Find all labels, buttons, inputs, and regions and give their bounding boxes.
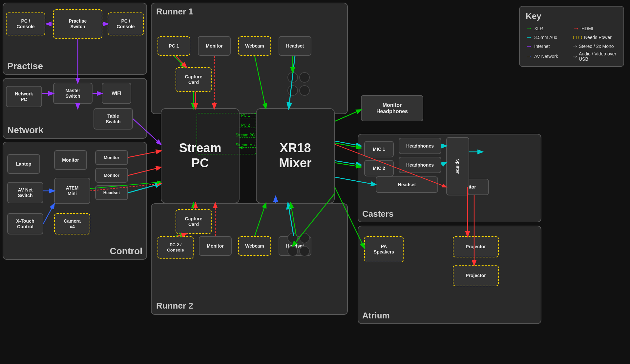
key-hdmi: → HDMI [573, 25, 618, 32]
casters-label: Casters [362, 209, 393, 219]
stream-pc-label: StreamPC [179, 141, 221, 171]
pc-console-2-node: PC /Console [108, 12, 144, 35]
av-net-switch-node: AV NetSwitch [7, 182, 43, 203]
key-section: Key → XLR → HDMI → 3.5mm Aux ⬡ ⬡ Needs P… [519, 6, 624, 67]
control-label: Control [110, 246, 142, 256]
svg-line-41 [335, 143, 361, 148]
splitter-node: Splitter [446, 137, 469, 195]
xr18-label: XR18Mixer [279, 141, 311, 171]
pc-console-1-node: PC /Console [6, 12, 45, 35]
master-switch-node: MasterSwitch [53, 83, 93, 104]
wifi-node: WiFi [102, 83, 131, 104]
main-canvas: Practise Network Control Runner 1 Runner… [0, 0, 630, 364]
runner1-webcam-node: Webcam [238, 36, 271, 56]
stereo-label: Stereo / 2x Mono [579, 44, 614, 49]
circle-8 [299, 246, 310, 256]
runner1-capture-node: CaptureCard [176, 67, 212, 92]
runner1-label: Runner 1 [156, 7, 193, 17]
svg-text:PC 2: PC 2 [241, 123, 250, 128]
circle-7 [287, 246, 298, 256]
internet-arrow-icon: → [526, 42, 532, 50]
key-title: Key [526, 11, 618, 21]
stream-pc-node: StreamPC [161, 108, 240, 203]
circle-5 [287, 233, 298, 243]
aux-arrow-icon: → [526, 33, 532, 41]
xr18-mixer-node: XR18Mixer [256, 108, 335, 203]
svg-line-40 [335, 141, 361, 146]
laptop-node: Laptop [7, 154, 40, 174]
headset-cast-node: Headset [376, 176, 438, 193]
monitor-ctrl-node: Monitor [54, 150, 87, 170]
table-switch-node: TableSwitch [94, 108, 133, 130]
headphones2-node: Headphones [399, 157, 441, 173]
key-usb: ⇒ Audio / Video over USB [573, 51, 618, 62]
runner1-section: Runner 1 [151, 3, 348, 114]
projector1-node: Projector [453, 236, 499, 257]
key-power: ⬡ ⬡ Needs Power [573, 33, 618, 41]
key-internet: → Internet [526, 42, 570, 50]
x-touch-node: X-TouchControl [7, 213, 43, 234]
atem-mini-node: ATEMMini [54, 178, 90, 204]
atrium-label: Atrium [362, 311, 390, 321]
headset-ctrl-node: Headset [95, 185, 128, 200]
network-label: Network [7, 125, 43, 135]
monitor-ctrl3-node: Monitor [95, 168, 128, 183]
key-grid: → XLR → HDMI → 3.5mm Aux ⬡ ⬡ Needs Power… [526, 25, 618, 62]
internet-label: Internet [534, 44, 550, 49]
key-stereo: ⇒ Stereo / 2x Mono [573, 42, 618, 50]
power-label: Needs Power [584, 35, 612, 40]
camera-x4-node: Camerax4 [54, 213, 90, 234]
key-xlr: → XLR [526, 25, 570, 32]
projector2-node: Projector [453, 265, 499, 286]
runner2-pc2-node: PC 2 /Console [158, 236, 194, 259]
stereo-icon: ⇒ [573, 44, 577, 49]
headphones1-node: Headphones [399, 138, 441, 154]
pa-speakers-node: PASpeakers [364, 236, 404, 262]
runner1-monitor-node: Monitor [198, 36, 231, 56]
practise-label: Practise [7, 61, 43, 71]
usb-label: Audio / Video over USB [579, 51, 618, 62]
runner1-pc1-node: PC 1 [158, 36, 190, 56]
circle-6 [299, 233, 310, 243]
circle-2 [299, 72, 310, 83]
mic2-node: MIC 2 [364, 160, 394, 176]
hdmi-label: HDMI [581, 26, 593, 31]
circle-1 [287, 72, 298, 83]
practise-switch-node: PractiseSwitch [53, 9, 102, 39]
monitor-headphones-node: MonitorHeadphones [361, 95, 423, 121]
power-icon: ⬡ ⬡ [573, 35, 582, 40]
runner2-webcam-node: Webcam [238, 236, 271, 256]
mic1-node: MIC 1 [364, 141, 394, 157]
svg-line-43 [335, 163, 361, 167]
runner2-label: Runner 2 [156, 301, 193, 311]
usb-icon: ⇒ [573, 54, 577, 59]
svg-line-42 [335, 161, 361, 165]
hdmi-arrow-icon: → [573, 25, 579, 32]
key-avnet: → AV Network [526, 51, 570, 62]
xlr-arrow-icon: → [526, 25, 532, 32]
key-aux: → 3.5mm Aux [526, 33, 570, 41]
xlr-label: XLR [534, 26, 543, 31]
aux-label: 3.5mm Aux [534, 35, 557, 40]
runner2-monitor-node: Monitor [199, 236, 232, 256]
avnet-arrow-icon: → [526, 53, 532, 60]
avnet-label: AV Network [534, 54, 558, 59]
runner2-capture-node: CaptureCard [176, 209, 212, 234]
circle-3 [287, 85, 298, 96]
monitor-ctrl2-node: Monitor [95, 150, 128, 165]
network-pc-node: NetworkPC [6, 86, 42, 107]
runner1-headset-node: Headset [279, 36, 311, 56]
circle-4 [299, 85, 310, 96]
